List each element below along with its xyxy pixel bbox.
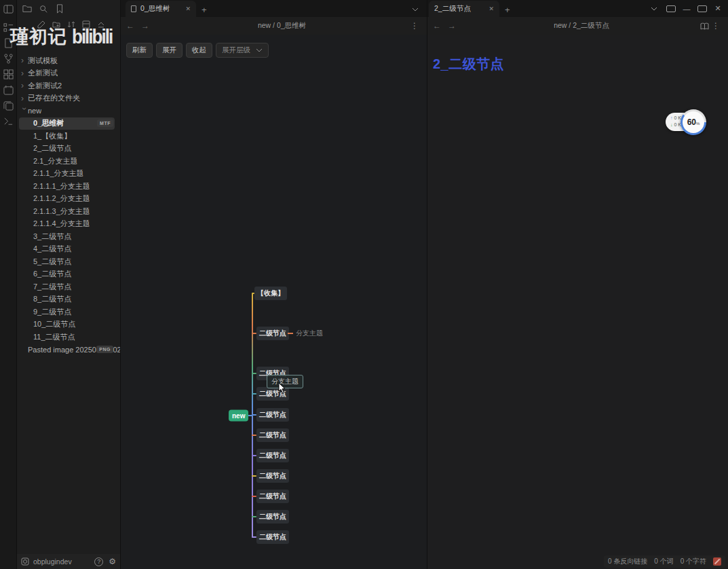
sidebar-toggle-icon[interactable] bbox=[3, 4, 14, 14]
folder-row[interactable]: ›new bbox=[17, 105, 120, 117]
file-row[interactable]: 9_二级节点 bbox=[17, 306, 120, 318]
grid-icon[interactable] bbox=[3, 69, 14, 79]
branch-connector-line bbox=[252, 536, 256, 538]
search-icon[interactable] bbox=[39, 4, 48, 14]
mindmap-node[interactable]: 二级节点 bbox=[256, 428, 289, 442]
mindmap-node[interactable]: 二级节点 bbox=[256, 530, 289, 544]
status-bar: 0 条反向链接 0 个词 0 个字符 bbox=[604, 555, 725, 568]
new-tab-button[interactable]: + bbox=[499, 5, 516, 17]
file-row[interactable]: 3_二级节点 bbox=[17, 230, 120, 243]
tree-item-label: 1_【收集】 bbox=[33, 131, 71, 141]
bookmark-icon[interactable] bbox=[55, 4, 64, 14]
progress-ring: 60 % bbox=[681, 109, 706, 135]
word-count[interactable]: 0 个词 bbox=[654, 557, 673, 566]
help-icon[interactable]: ? bbox=[94, 557, 103, 566]
file-row[interactable]: 0_思维树MTF bbox=[17, 117, 120, 130]
forward-arrow-icon[interactable]: → bbox=[141, 21, 149, 31]
breadcrumb: new / 0_思维树 bbox=[156, 21, 408, 31]
file-row[interactable]: 2.1.1.3_分支主题 bbox=[17, 205, 120, 218]
branch-connector-line bbox=[252, 496, 256, 497]
file-row[interactable]: Pasted image 20250907202821PNG bbox=[17, 344, 120, 356]
tree-item-label: 8_二级节点 bbox=[33, 294, 71, 304]
tree-item-label: 3_二级节点 bbox=[33, 232, 71, 242]
filetype-badge: MTF bbox=[97, 120, 113, 127]
branch-connector-line bbox=[252, 475, 256, 477]
branch-connector-line bbox=[252, 393, 256, 394]
file-tree: ›测试模板›全新测试›全新测试2›已存在的文件夹›new0_思维树MTF1_【收… bbox=[17, 54, 120, 356]
mindmap-canvas[interactable]: 刷新 展开 收起 展开层级 new【收集】二级节点分支主题二级节点二级节点二级节… bbox=[121, 35, 427, 569]
tree-item-label: 测试模板 bbox=[28, 56, 58, 66]
back-arrow-icon[interactable]: ← bbox=[433, 21, 441, 31]
tree-item-label: new bbox=[28, 107, 41, 115]
close-tab-icon[interactable]: ✕ bbox=[185, 5, 191, 12]
fork-icon[interactable] bbox=[3, 54, 14, 64]
vault-bar[interactable]: obplugindev ? ⚙ bbox=[17, 554, 120, 569]
tab-list-chevron-icon[interactable] bbox=[651, 7, 660, 11]
back-arrow-icon[interactable]: ← bbox=[126, 21, 134, 31]
tab-note[interactable]: 2_二级节点 ✕ bbox=[429, 1, 499, 17]
mindmap-node[interactable]: 【收集】 bbox=[254, 287, 287, 300]
calendar-icon[interactable] bbox=[3, 85, 14, 95]
backlink-count: 0 条反向链接 bbox=[608, 557, 647, 566]
sync-error-icon[interactable] bbox=[713, 557, 721, 566]
branch-connector-line bbox=[252, 435, 256, 436]
mouse-cursor bbox=[278, 382, 286, 397]
minimize-icon[interactable]: — bbox=[682, 5, 691, 13]
tree-item-label: 0_思维树 bbox=[33, 118, 64, 128]
terminal-icon[interactable] bbox=[3, 116, 14, 126]
file-row[interactable]: 2.1_分支主题 bbox=[17, 155, 120, 168]
file-row[interactable]: 4_二级节点 bbox=[17, 243, 120, 256]
close-tab-icon[interactable]: ✕ bbox=[488, 5, 494, 12]
chevron-icon: › bbox=[21, 82, 28, 89]
window-controls: — ✕ bbox=[651, 0, 728, 17]
file-row[interactable]: 8_二级节点 bbox=[17, 293, 120, 306]
mindmap-node[interactable]: 二级节点 bbox=[256, 408, 289, 422]
tab-title: 2_二级节点 bbox=[434, 4, 471, 14]
folder-row[interactable]: ›全新测试2 bbox=[17, 79, 120, 92]
tree-item-label: 全新测试 bbox=[28, 68, 58, 78]
tab-list-chevron-icon[interactable] bbox=[412, 7, 419, 12]
file-row[interactable]: 10_二级节点 bbox=[17, 318, 120, 331]
tab-mindtree[interactable]: 0_思维树 ✕ bbox=[126, 1, 196, 17]
mindmap-node[interactable]: 二级节点 bbox=[256, 469, 289, 483]
reading-view-icon[interactable] bbox=[700, 22, 709, 30]
watermark: 瑾初记 bilibili bbox=[10, 24, 112, 49]
file-row[interactable]: 2_二级节点 bbox=[17, 143, 120, 155]
mindmap-node[interactable]: 二级节点 bbox=[256, 449, 289, 462]
tree-item-label: 10_二级节点 bbox=[33, 319, 75, 329]
right-sidebar-toggle-icon[interactable] bbox=[666, 5, 676, 12]
mindmap-root-node[interactable]: new bbox=[229, 410, 248, 422]
note-pane: 2_二级节点 ✕ + — ✕ ← → new / 2_二级节点 ⋮ 2_二级 bbox=[427, 0, 728, 569]
inline-title[interactable]: 2_二级节点 bbox=[433, 55, 504, 73]
file-row[interactable]: 7_二级节点 bbox=[17, 280, 120, 293]
forward-arrow-icon[interactable]: → bbox=[448, 21, 456, 31]
settings-gear-icon[interactable]: ⚙ bbox=[109, 557, 116, 566]
chevron-icon: › bbox=[21, 107, 28, 114]
files-tab-icon[interactable] bbox=[22, 4, 32, 14]
tree-item-label: 5_二级节点 bbox=[33, 257, 71, 267]
more-options-icon[interactable]: ⋮ bbox=[709, 21, 723, 31]
vault-icon bbox=[21, 557, 29, 566]
new-tab-button[interactable]: + bbox=[196, 5, 212, 17]
child-topic-label[interactable]: 分支主题 bbox=[296, 329, 323, 338]
file-row[interactable]: 2.1.1.2_分支主题 bbox=[17, 193, 120, 206]
more-options-icon[interactable]: ⋮ bbox=[408, 21, 421, 31]
mindmap-node[interactable]: 二级节点 bbox=[256, 510, 289, 524]
mindmap-node[interactable]: 二级节点 bbox=[256, 490, 289, 503]
file-row[interactable]: 2.1.1_分支主题 bbox=[17, 168, 120, 181]
folder-row[interactable]: ›全新测试 bbox=[17, 67, 120, 80]
file-row[interactable]: 5_二级节点 bbox=[17, 255, 120, 268]
file-row[interactable]: 2.1.1.4_分支主题 bbox=[17, 218, 120, 231]
copy-icon[interactable] bbox=[3, 100, 14, 111]
mindmap-node[interactable]: 二级节点 bbox=[256, 327, 289, 340]
maximize-icon[interactable] bbox=[697, 5, 707, 12]
folder-row[interactable]: ›已存在的文件夹 bbox=[17, 92, 120, 105]
right-pane-header: ← → new / 2_二级节点 ⋮ bbox=[427, 17, 728, 35]
file-row[interactable]: 2.1.1.1_分支主题 bbox=[17, 180, 120, 193]
close-window-icon[interactable]: ✕ bbox=[713, 4, 723, 13]
file-row[interactable]: 1_【收集】 bbox=[17, 130, 120, 143]
file-row[interactable]: 11_二级节点 bbox=[17, 331, 120, 344]
char-count[interactable]: 0 个字符 bbox=[681, 557, 706, 566]
file-row[interactable]: 6_二级节点 bbox=[17, 268, 120, 281]
folder-row[interactable]: ›测试模板 bbox=[17, 54, 120, 67]
